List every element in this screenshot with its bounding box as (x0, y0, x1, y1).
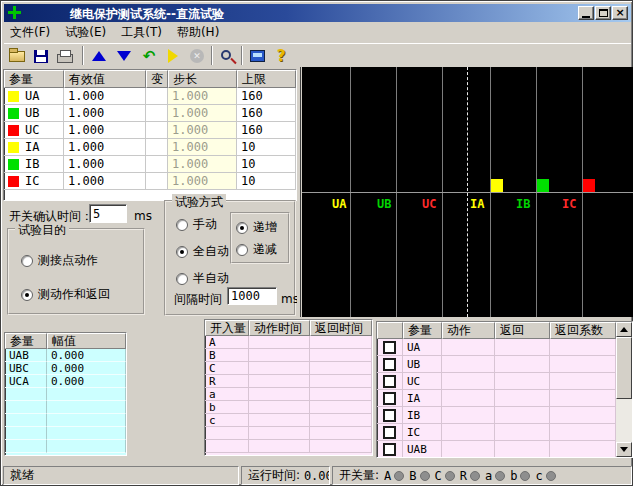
radio-action-return[interactable]: 测动作和返回 (21, 286, 110, 303)
scroll-down-button[interactable] (616, 442, 632, 457)
value-cell[interactable]: 1.000 (64, 139, 146, 156)
radio-decrease[interactable]: 递减 (236, 241, 277, 258)
row-checkbox[interactable] (383, 341, 396, 354)
switch-confirm-input[interactable] (89, 204, 127, 223)
open-button[interactable] (6, 46, 28, 66)
param-name-cell[interactable]: IB (4, 156, 64, 173)
param-name-cell[interactable]: UC (4, 122, 64, 139)
waveform-chart: UA UB UC IA IB IC (302, 67, 633, 317)
row-checkbox[interactable] (383, 375, 396, 388)
input-name-cell: A (205, 336, 249, 349)
radio-manual[interactable]: 手动 (176, 216, 217, 233)
test-purpose-title: 试验目的 (15, 222, 69, 239)
open-icon (9, 51, 25, 62)
title-bar[interactable]: 继电保护测试系统--直流试验 × (4, 4, 631, 22)
table-row: UA (377, 339, 616, 356)
param-name-cell[interactable]: UB (4, 105, 64, 122)
step-cell[interactable]: 1.000 (168, 105, 237, 122)
table-row[interactable]: UBC 0.000 (5, 362, 126, 375)
panel-button[interactable] (246, 46, 268, 66)
step-down-button[interactable] (113, 46, 135, 66)
radio-increase[interactable]: 递增 (236, 219, 277, 236)
step-cell[interactable]: 1.000 (168, 139, 237, 156)
row-checkbox[interactable] (383, 409, 396, 422)
row-checkbox[interactable] (383, 358, 396, 371)
limit-cell[interactable]: 10 (237, 173, 296, 190)
start-button[interactable] (162, 46, 184, 66)
param-name-cell[interactable]: IC (4, 173, 64, 190)
limit-cell[interactable]: 160 (237, 105, 296, 122)
variable-cell[interactable] (146, 122, 168, 139)
limit-cell[interactable]: 10 (237, 139, 296, 156)
scrollbar-thumb[interactable] (616, 337, 632, 399)
table-row[interactable]: R (205, 375, 372, 388)
variable-cell[interactable] (146, 156, 168, 173)
value-cell[interactable]: 1.000 (64, 122, 146, 139)
table-row[interactable]: UCA 0.000 (5, 375, 126, 388)
limit-cell[interactable]: 10 (237, 156, 296, 173)
value-cell[interactable]: 1.000 (64, 156, 146, 173)
action-cell (442, 407, 495, 424)
table-row[interactable]: c (205, 414, 372, 427)
step-cell[interactable]: 1.000 (168, 122, 237, 139)
variable-cell[interactable] (146, 88, 168, 105)
value-cell[interactable]: 1.000 (64, 105, 146, 122)
return-cell (495, 407, 550, 424)
scroll-up-button[interactable] (616, 322, 632, 337)
step-up-button[interactable] (88, 46, 110, 66)
help-button[interactable]: ? (270, 46, 292, 66)
row-checkbox[interactable] (383, 426, 396, 439)
menu-help[interactable]: 帮助(H) (177, 24, 219, 41)
radio-contact-action[interactable]: 测接点动作 (21, 252, 98, 269)
table-row: IC (377, 424, 616, 441)
interval-input[interactable] (227, 287, 277, 305)
variable-cell[interactable] (146, 139, 168, 156)
limit-cell[interactable]: 160 (237, 122, 296, 139)
empty-row (205, 440, 372, 453)
close-button[interactable]: × (612, 6, 628, 20)
menu-tools[interactable]: 工具(T) (121, 24, 162, 41)
param-name-cell: UCA (5, 375, 47, 388)
value-cell[interactable]: 1.000 (64, 88, 146, 105)
save-button[interactable] (30, 46, 52, 66)
param-name-cell[interactable]: IA (4, 139, 64, 156)
amplitude-cell: 0.000 (47, 349, 126, 362)
value-cell[interactable]: 1.000 (64, 173, 146, 190)
radio-icon (21, 255, 33, 267)
table-row[interactable]: A (205, 336, 372, 349)
row-checkbox[interactable] (383, 443, 396, 456)
toolbar-separator (241, 46, 243, 65)
switch-letter: B (409, 469, 416, 483)
test-mode-group: 试验方式 手动 全自动 半自动 递增 递减 间隔时间 ms (164, 200, 296, 316)
splitter[interactable] (297, 67, 301, 317)
radio-full-auto[interactable]: 全自动 (176, 243, 229, 260)
start-icon (168, 49, 178, 63)
param-name-cell[interactable]: UA (4, 88, 64, 105)
limit-cell[interactable]: 160 (237, 88, 296, 105)
radio-semi-auto[interactable]: 半自动 (176, 270, 229, 287)
menu-file[interactable]: 文件(F) (10, 24, 50, 41)
input-name-cell: b (205, 401, 249, 414)
table-row[interactable]: UAB 0.000 (5, 349, 126, 362)
column-header: 变 (146, 70, 168, 88)
variable-cell[interactable] (146, 105, 168, 122)
vertical-scrollbar[interactable] (616, 322, 632, 457)
variable-cell[interactable] (146, 173, 168, 190)
table-row[interactable]: C (205, 362, 372, 375)
table-row[interactable]: a (205, 388, 372, 401)
table-row[interactable]: b (205, 401, 372, 414)
table-row[interactable]: B (205, 349, 372, 362)
step-cell[interactable]: 1.000 (168, 156, 237, 173)
undo-button[interactable]: ↶ (138, 46, 160, 66)
test-mode-title: 试验方式 (172, 194, 226, 211)
step-cell[interactable]: 1.000 (168, 88, 237, 105)
menu-test[interactable]: 试验(E) (65, 24, 106, 41)
step-cell[interactable]: 1.000 (168, 173, 237, 190)
print-button[interactable] (54, 46, 76, 66)
maximize-button[interactable] (595, 6, 611, 20)
amplitude-table: 参量 幅值 UAB 0.000 UBC 0.000 UCA 0.000 (4, 332, 127, 456)
minimize-button[interactable] (578, 6, 594, 20)
switch-indicator-icon (546, 471, 556, 481)
zoom-button[interactable] (216, 46, 238, 66)
row-checkbox[interactable] (383, 392, 396, 405)
